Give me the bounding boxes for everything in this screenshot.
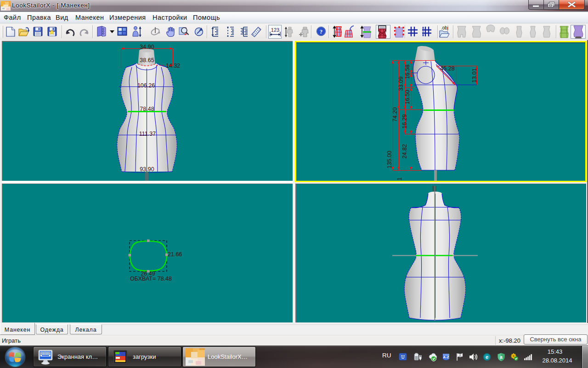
svg-text:.obj: .obj <box>441 25 448 30</box>
svg-text:13.01: 13.01 <box>471 68 478 82</box>
svg-text:16.50: 16.50 <box>404 90 411 104</box>
svg-text:?: ? <box>320 28 323 35</box>
svg-text:74.20: 74.20 <box>392 107 398 121</box>
svg-text:1: 1 <box>396 177 403 180</box>
svg-text:16.58: 16.58 <box>404 64 411 79</box>
svg-text:106.26: 106.26 <box>137 82 155 89</box>
svg-text:111.37: 111.37 <box>139 131 156 137</box>
svg-text:e: e <box>486 354 488 360</box>
svg-text:14.32: 14.32 <box>166 63 180 69</box>
svg-text:78.48: 78.48 <box>140 106 154 112</box>
svg-text:33.09: 33.09 <box>398 76 404 91</box>
svg-text:ОБХВАТ= 78.48: ОБХВАТ= 78.48 <box>130 276 172 282</box>
svg-text:93.90: 93.90 <box>140 166 154 172</box>
svg-text:21.66: 21.66 <box>168 251 182 258</box>
svg-text:34.90: 34.90 <box>140 44 154 50</box>
svg-text:24.82: 24.82 <box>401 144 408 158</box>
svg-text:16.29: 16.29 <box>401 114 408 128</box>
svg-text:135.00: 135.00 <box>386 151 393 168</box>
svg-text:123: 123 <box>271 27 279 33</box>
svg-text:a: a <box>500 354 503 360</box>
svg-text:A-Z: A-Z <box>443 355 449 359</box>
svg-text:38.65: 38.65 <box>140 57 154 63</box>
svg-text:45.28: 45.28 <box>440 65 454 72</box>
